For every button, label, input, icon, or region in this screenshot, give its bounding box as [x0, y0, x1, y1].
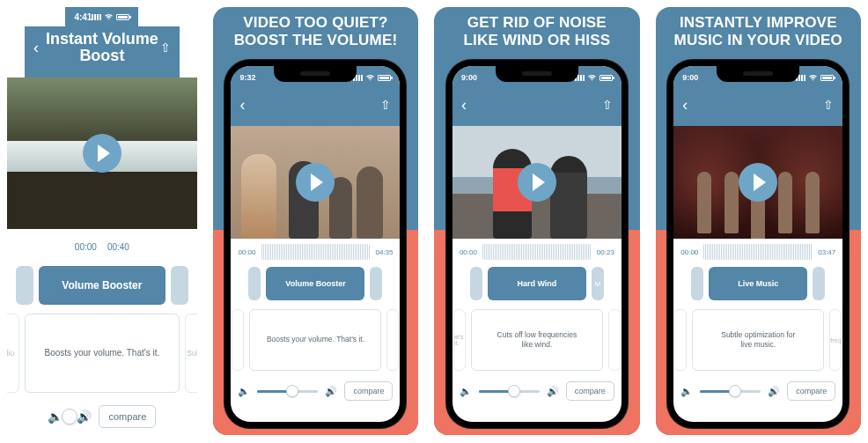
edge-hint: lio — [7, 349, 14, 358]
preset-desc-row: at's it. Cuts off low frequencies like w… — [452, 304, 622, 376]
volume-low-icon[interactable]: 🔈 — [680, 386, 693, 397]
edge-hint: Sub — [187, 349, 197, 358]
volume-high-icon[interactable]: 🔊 — [768, 386, 780, 397]
app-title: Instant Volume Boost — [46, 31, 158, 65]
time-end: 03:47 — [818, 248, 835, 256]
share-icon[interactable]: ⇧ — [821, 98, 834, 112]
wifi-icon — [808, 74, 818, 81]
edge-hint: freq — [830, 337, 841, 343]
preset-label: Volume Booster — [62, 279, 142, 292]
video-preview[interactable] — [7, 78, 197, 229]
back-chevron-icon[interactable]: ‹ — [461, 96, 474, 114]
edge-hint: at's it. — [454, 334, 465, 346]
share-icon[interactable]: ⇧ — [158, 41, 171, 55]
time-start: 00:00 — [75, 242, 97, 252]
prev-preset-edge[interactable] — [248, 267, 261, 300]
footer-controls: 🔈 🔊 compare — [452, 376, 622, 408]
volume-low-icon[interactable]: 🔈 — [460, 386, 472, 397]
compare-button[interactable]: compare — [787, 381, 835, 401]
preset-label: Live Music — [738, 279, 778, 288]
phone-frame: 9:00 ‹ ⇧ 00:00 00:23 — [445, 59, 629, 429]
play-icon[interactable] — [83, 134, 121, 173]
preset-desc-row: lio Boosts your volume. That's it. Sub — [7, 308, 197, 398]
volume-slider[interactable] — [479, 390, 540, 393]
waveform[interactable] — [482, 244, 592, 260]
video-preview[interactable] — [673, 126, 842, 239]
panel-headline: GET RID OF NOISE LIKE WIND OR HISS — [456, 7, 617, 57]
status-indicators — [92, 13, 129, 20]
scene-detail — [7, 172, 197, 229]
preset-label: Volume Booster — [285, 279, 345, 288]
panel-headline: INSTANTLY IMPROVE MUSIC IN YOUR VIDEO — [667, 7, 850, 57]
preset-chip-selected[interactable]: Volume Booster — [266, 267, 364, 300]
title-bar: ‹ ⇧ — [452, 89, 622, 126]
share-icon[interactable]: ⇧ — [600, 98, 613, 112]
panel-headline: VIDEO TOO QUIET? BOOST THE VOLUME! — [227, 7, 405, 57]
volume-low-icon[interactable]: 🔈 — [238, 386, 250, 397]
volume-high-icon[interactable]: 🔊 — [325, 386, 337, 397]
preset-description: Subtle optimization for live music. — [692, 309, 824, 371]
time-end: 00:23 — [597, 248, 614, 256]
next-preset-edge[interactable]: M — [592, 267, 604, 300]
status-time: 4:41 — [74, 12, 92, 22]
wifi-icon — [365, 74, 375, 81]
prev-preset-edge[interactable] — [691, 267, 703, 300]
preset-chip-selected[interactable]: Live Music — [709, 267, 807, 300]
waveform[interactable] — [261, 244, 371, 260]
preset-label: Hard Wind — [517, 279, 556, 288]
preset-description: Cuts off low frequencies like wind. — [471, 309, 603, 371]
prev-desc-edge — [674, 309, 687, 371]
battery-icon — [820, 75, 834, 81]
waveform-row: 00:00 00:40 — [68, 229, 136, 262]
share-icon[interactable]: ⇧ — [379, 98, 391, 112]
status-bar: 4:41 — [65, 7, 138, 26]
back-chevron-icon[interactable]: ‹ — [239, 96, 252, 114]
volume-slider[interactable] — [700, 390, 761, 393]
prev-preset-edge[interactable] — [470, 267, 482, 300]
volume-low-icon[interactable]: 🔈 — [48, 410, 63, 424]
next-preset-edge[interactable] — [813, 267, 825, 300]
phone-screen: 9:32 ‹ ⇧ 00:00 — [231, 66, 400, 422]
next-preset-edge[interactable] — [171, 266, 188, 305]
volume-slider[interactable] — [257, 390, 318, 393]
preset-desc-row: Subtle optimization for live music. freq — [673, 304, 842, 376]
wifi-icon — [104, 13, 114, 20]
preset-desc-row: Boosts your volume. That's it. — [231, 304, 400, 376]
next-preset-edge[interactable] — [370, 267, 382, 300]
status-indicators — [796, 74, 834, 81]
compare-button[interactable]: compare — [566, 381, 614, 401]
appstore-screenshot-panel: 4:41 ‹ Instant Volume Boost ⇧ 00:00 00:4… — [7, 7, 197, 435]
preset-chip-selected[interactable]: Hard Wind — [488, 267, 586, 300]
preset-desc-text: Boosts your volume. That's it. — [45, 347, 160, 359]
battery-icon — [378, 75, 391, 81]
play-icon[interactable] — [518, 163, 556, 202]
status-time: 9:00 — [682, 73, 698, 82]
next-desc-edge — [386, 309, 399, 371]
volume-high-icon[interactable]: 🔊 — [77, 410, 92, 424]
time-end: 04:35 — [375, 248, 393, 256]
volume-high-icon[interactable]: 🔊 — [547, 386, 559, 397]
compare-button[interactable]: compare — [99, 405, 156, 428]
preset-description: Boosts your volume. That's it. — [25, 314, 180, 393]
preset-chips-row: Volume Booster — [231, 263, 400, 304]
waveform[interactable] — [703, 244, 813, 260]
phone-notch — [274, 66, 357, 82]
edge-hint: M — [595, 280, 601, 288]
preset-chip-selected[interactable]: Volume Booster — [39, 266, 166, 305]
video-preview[interactable] — [231, 126, 400, 239]
preset-description: Boosts your volume. That's it. — [249, 309, 381, 371]
back-chevron-icon[interactable]: ‹ — [682, 96, 695, 114]
prev-preset-edge[interactable] — [16, 266, 33, 305]
status-indicators — [353, 74, 391, 81]
compare-button[interactable]: compare — [344, 381, 393, 401]
time-end: 00:40 — [107, 242, 129, 252]
play-icon[interactable] — [739, 163, 777, 202]
video-preview[interactable] — [452, 126, 622, 239]
time-start: 00:00 — [460, 248, 477, 256]
status-time: 9:00 — [461, 73, 477, 82]
back-chevron-icon[interactable]: ‹ — [33, 39, 46, 57]
next-desc-edge: Sub — [185, 314, 197, 393]
scene-detail — [357, 166, 383, 239]
play-icon[interactable] — [296, 163, 335, 202]
footer-controls: 🔈 🔊 compare — [673, 376, 842, 408]
